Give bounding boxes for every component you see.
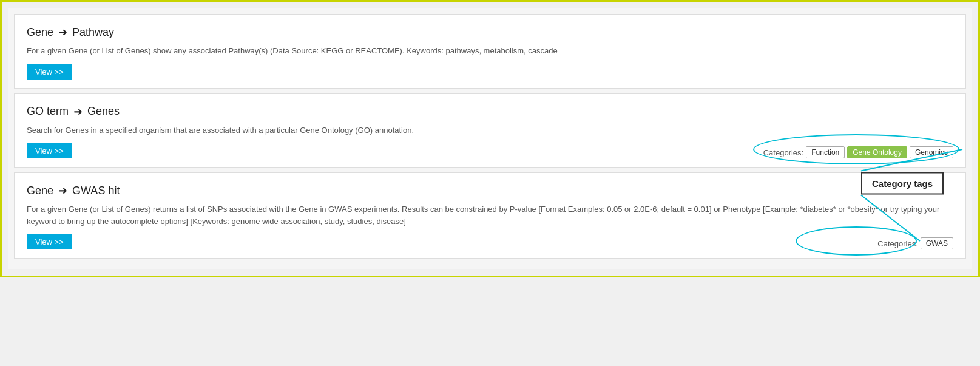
card-gene-gwas: Gene ➜ GWAS hit For a given Gene (or Lis… (14, 172, 966, 259)
category-tag-genomics[interactable]: Genomics (910, 146, 953, 158)
view-button-go-term-genes[interactable]: View >> (27, 143, 72, 158)
card-go-term-genes: GO term ➜ Genes Search for Genes in a sp… (14, 93, 966, 168)
category-tag-function[interactable]: Function (806, 146, 845, 158)
desc-gene-gwas: For a given Gene (or List of Genes) retu… (27, 203, 953, 227)
title-start-go-term: GO term (27, 105, 69, 118)
categories-label-go-term: Categories: (763, 148, 803, 157)
title-end-gene-pathway: Pathway (72, 26, 114, 39)
annotation-category-tags: Category tags (861, 172, 944, 194)
arrow-icon-1: ➜ (58, 25, 67, 39)
categories-gene-gwas: Categories: GWAS (877, 237, 953, 249)
view-button-gene-gwas[interactable]: View >> (27, 234, 72, 249)
arrow-icon-3: ➜ (58, 184, 67, 197)
desc-gene-pathway: For a given Gene (or List of Genes) show… (27, 45, 953, 57)
arrow-icon-2: ➜ (73, 105, 83, 118)
main-container: Gene ➜ Pathway For a given Gene (or List… (8, 8, 972, 269)
title-start-gene-pathway: Gene (27, 26, 53, 39)
card-title-gene-gwas: Gene ➜ GWAS hit (27, 184, 953, 197)
view-button-gene-pathway[interactable]: View >> (27, 64, 72, 80)
desc-go-term-genes: Search for Genes in a specified organism… (27, 124, 953, 137)
card-title-gene-pathway: Gene ➜ Pathway (27, 25, 953, 39)
card-gene-pathway: Gene ➜ Pathway For a given Gene (or List… (14, 14, 966, 89)
annotation-label: Category tags (872, 178, 933, 188)
category-tag-gwas[interactable]: GWAS (921, 237, 953, 249)
title-start-gene-gwas: Gene (27, 185, 53, 197)
card-title-go-term-genes: GO term ➜ Genes (27, 105, 953, 118)
title-end-gene-gwas: GWAS hit (72, 185, 120, 197)
category-tag-gene-ontology[interactable]: Gene Ontology (847, 146, 907, 158)
categories-go-term: Categories: Function Gene Ontology Genom… (763, 146, 953, 158)
title-end-go-term: Genes (87, 105, 120, 118)
categories-label-gene-gwas: Categories: (877, 239, 917, 248)
